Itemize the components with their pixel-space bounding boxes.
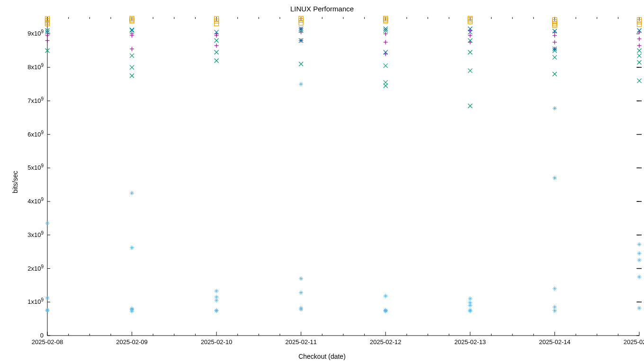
svg-text:2025-02-09: 2025-02-09 xyxy=(116,338,147,346)
svg-text:2025-02-15: 2025-02-15 xyxy=(624,338,644,346)
performance-chart: LINUX Performance bits/sec Checkout (dat… xyxy=(0,0,644,364)
svg-text:2025-02-13: 2025-02-13 xyxy=(455,338,486,346)
x-axis-label: Checkout (date) xyxy=(0,353,644,360)
svg-text:9x109: 9x109 xyxy=(27,29,44,37)
svg-text:7x109: 7x109 xyxy=(27,96,44,104)
svg-rect-358 xyxy=(215,22,219,26)
svg-text:4x109: 4x109 xyxy=(27,197,44,205)
svg-rect-361 xyxy=(299,21,303,25)
y-axis-label: bits/sec xyxy=(11,171,19,193)
svg-rect-374 xyxy=(637,22,642,27)
svg-text:2025-02-14: 2025-02-14 xyxy=(539,338,571,346)
svg-text:3x109: 3x109 xyxy=(27,230,44,238)
svg-text:1x109: 1x109 xyxy=(27,297,44,306)
svg-text:2025-02-08: 2025-02-08 xyxy=(32,338,63,346)
svg-text:6x109: 6x109 xyxy=(27,129,44,138)
svg-text:2025-02-10: 2025-02-10 xyxy=(201,338,233,346)
svg-text:0: 0 xyxy=(40,332,44,339)
svg-text:5x109: 5x109 xyxy=(27,163,44,172)
chart-title: LINUX Performance xyxy=(0,5,644,13)
svg-text:8x109: 8x109 xyxy=(27,63,44,71)
svg-text:2x109: 2x109 xyxy=(27,264,44,272)
plot-area: 01x1092x1093x1094x1095x1096x1097x1098x10… xyxy=(47,17,639,336)
svg-text:2025-02-12: 2025-02-12 xyxy=(370,338,402,346)
svg-text:2025-02-11: 2025-02-11 xyxy=(285,338,317,346)
